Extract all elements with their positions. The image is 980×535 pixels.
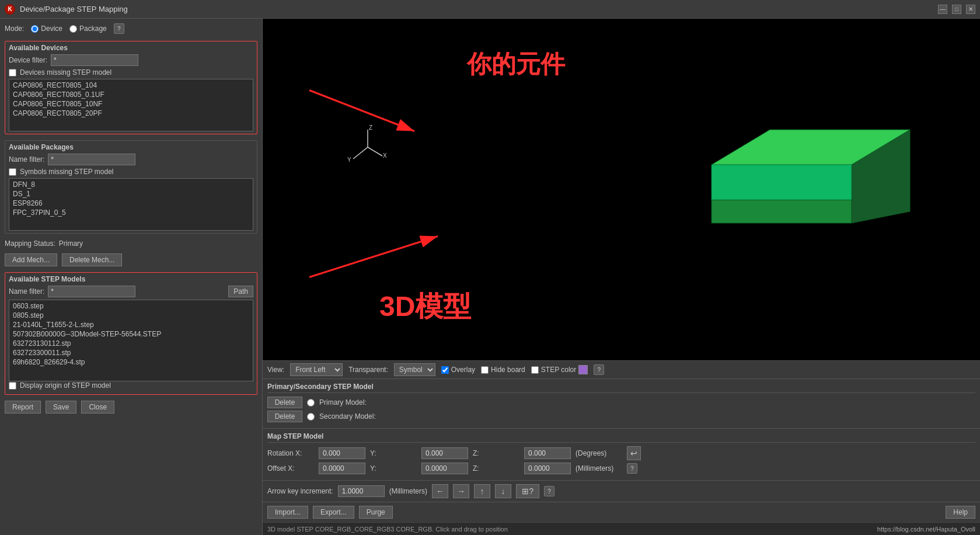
overlay-checkbox[interactable] (441, 366, 449, 374)
hide-board-label[interactable]: Hide board (491, 366, 525, 374)
mode-package-label: Package (79, 25, 107, 33)
symbols-missing-checkbox[interactable] (9, 168, 16, 176)
arrow-down-button[interactable]: ↓ (495, 484, 511, 498)
arrow-up-button[interactable]: ↑ (474, 484, 490, 498)
devices-missing-label[interactable]: Devices missing STEP model (20, 68, 111, 77)
display-origin-checkbox[interactable] (9, 382, 16, 390)
list-item[interactable]: 0603.step (11, 301, 252, 311)
step-color-swatch[interactable] (578, 365, 588, 374)
mode-device-radio[interactable]: Device (31, 25, 62, 33)
secondary-model-radio[interactable] (307, 413, 315, 421)
svg-marker-3 (712, 200, 852, 223)
rotation-y-input[interactable] (421, 447, 468, 459)
devices-missing-checkbox-row: Devices missing STEP model (9, 68, 253, 77)
step-color-checkbox[interactable] (531, 366, 539, 374)
list-item[interactable]: CAP0806_RECT0805_104 (11, 81, 252, 90)
minimize-button[interactable]: — (938, 5, 947, 14)
primary-secondary-title: Primary/Secondary STEP Model (267, 383, 975, 393)
list-item[interactable]: DFN_8 (11, 180, 252, 189)
rotation-reset-button[interactable]: ↩ (627, 446, 641, 460)
help-button[interactable]: Help (946, 506, 975, 519)
maximize-button[interactable]: □ (952, 5, 961, 14)
increment-input[interactable] (338, 485, 385, 497)
arrow-key-label: Arrow key increment: (267, 487, 333, 495)
offset-help-button[interactable]: ? (627, 463, 637, 474)
list-item[interactable]: 632723300011.stp (11, 348, 252, 357)
delete-mech-button[interactable]: Delete Mech... (62, 253, 122, 266)
import-button[interactable]: Import... (267, 506, 308, 519)
save-button[interactable]: Save (46, 401, 76, 414)
step-models-list[interactable]: 0603.step 0805.step 21-0140L_T1655-2-L.s… (9, 300, 253, 381)
primary-secondary-section: Primary/Secondary STEP Model Delete Prim… (263, 378, 980, 428)
svg-text:Z: Z (369, 124, 372, 131)
rotation-z-input[interactable] (524, 447, 571, 459)
overlay-label[interactable]: Overlay (451, 366, 475, 374)
export-button[interactable]: Export... (313, 506, 354, 519)
arrow-left-button[interactable]: ← (432, 484, 448, 498)
title-bar: K Device/Package STEP Mapping — □ ✕ (0, 0, 980, 19)
symbols-missing-checkbox-row: Symbols missing STEP model (9, 168, 253, 176)
path-button[interactable]: Path (228, 286, 253, 297)
step-filter-input[interactable] (48, 286, 135, 297)
list-item[interactable]: DS_1 (11, 189, 252, 199)
offset-z-input[interactable] (524, 463, 571, 474)
offset-x-input[interactable] (319, 463, 365, 474)
arrow-help-button[interactable]: ? (544, 486, 554, 496)
device-filter-label: Device filter: (9, 56, 47, 64)
package-filter-input[interactable] (48, 154, 135, 165)
step-color-label[interactable]: STEP color (541, 366, 576, 374)
list-item[interactable]: 632723130112.stp (11, 339, 252, 348)
mapping-status-label: Mapping Status: (5, 239, 55, 248)
mode-help-button[interactable]: ? (114, 23, 124, 34)
packages-list[interactable]: DFN_8 DS_1 ESP8266 FPC_37PIN_0_5 (9, 178, 253, 231)
offset-y-input[interactable] (421, 463, 468, 474)
list-item[interactable]: CAP0806_RECT0805_10NF (11, 99, 252, 109)
close-button[interactable]: ✕ (966, 5, 975, 14)
primary-model-radio[interactable] (307, 399, 315, 407)
list-item[interactable]: 0805.step (11, 311, 252, 320)
display-origin-label[interactable]: Display origin of STEP model (20, 381, 111, 390)
arrow-right-button[interactable]: → (453, 484, 469, 498)
symbols-missing-label[interactable]: Symbols missing STEP model (20, 168, 114, 176)
rotation-x-input[interactable] (319, 447, 365, 459)
step-filter-row: Name filter: Path (9, 286, 253, 297)
mode-device-label: Device (41, 25, 62, 33)
3d-viewport[interactable]: 你的元件 Z Y (263, 19, 980, 360)
close-dialog-button[interactable]: Close (81, 401, 114, 414)
annotation-component: 你的元件 (467, 48, 565, 81)
overlay-checkbox-row: Overlay (441, 366, 475, 374)
svg-text:X: X (383, 152, 387, 159)
status-text: 3D model STEP CORE_RGB_CORE_RGB3 CORE_RG… (267, 526, 508, 533)
device-filter-input[interactable] (51, 54, 138, 66)
list-item[interactable]: 21-0140L_T1655-2-L.step (11, 320, 252, 329)
axis-indicator: Z Y X (344, 124, 391, 171)
status-bar: 3D model STEP CORE_RGB_CORE_RGB3 CORE_RG… (263, 522, 980, 535)
screenshot-button[interactable]: ⊞? (516, 484, 539, 498)
devices-list[interactable]: CAP0806_RECT0805_104 CAP0806_RECT0805_0.… (9, 79, 253, 131)
add-mech-button[interactable]: Add Mech... (5, 253, 57, 266)
hide-board-checkbox[interactable] (481, 366, 489, 374)
list-item[interactable]: FPC_37PIN_0_5 (11, 208, 252, 217)
rotation-z-label: Z: (473, 449, 519, 457)
offset-z-label: Z: (473, 464, 519, 473)
available-packages-section: Available Packages Name filter: Symbols … (5, 140, 257, 234)
mode-package-radio[interactable]: Package (69, 25, 107, 33)
bottom-left-buttons-row: Report Save Close (5, 401, 257, 414)
view-select[interactable]: Front Left Front Right Back Left Back Ri… (290, 363, 343, 376)
primary-delete-button[interactable]: Delete (267, 397, 302, 408)
available-packages-title: Available Packages (9, 143, 253, 151)
list-item[interactable]: CAP0806_RECT0805_20PF (11, 109, 252, 118)
report-button[interactable]: Report (5, 401, 41, 414)
view-controls-bar: View: Front Left Front Right Back Left B… (263, 360, 980, 378)
step-color-checkbox-row: STEP color (531, 365, 588, 374)
list-item[interactable]: 507302B00000G--3DModel-STEP-56544.STEP (11, 329, 252, 339)
purge-button[interactable]: Purge (359, 506, 393, 519)
window-title: Device/Package STEP Mapping (20, 5, 938, 13)
secondary-delete-button[interactable]: Delete (267, 411, 302, 422)
transparent-select[interactable]: Symbol None All (394, 363, 435, 376)
view-help-button[interactable]: ? (594, 364, 604, 375)
list-item[interactable]: 69h6820_826629-4.stp (11, 357, 252, 367)
list-item[interactable]: CAP0806_RECT0805_0.1UF (11, 90, 252, 99)
devices-missing-checkbox[interactable] (9, 69, 16, 77)
list-item[interactable]: ESP8266 (11, 199, 252, 208)
